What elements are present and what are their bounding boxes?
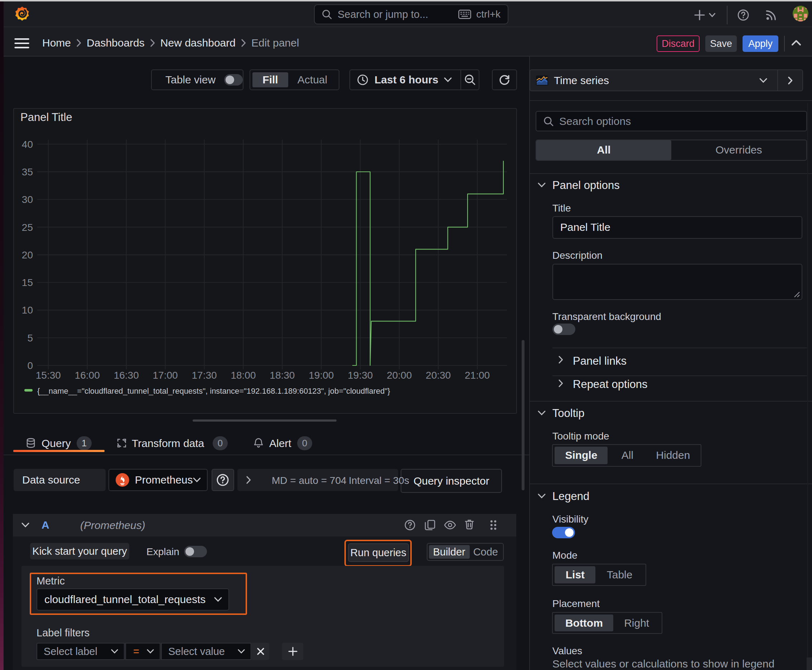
svg-text:{__name__="cloudflared_tunnel_: {__name__="cloudflared_tunnel_total_requ…	[37, 387, 390, 396]
svg-text:35: 35	[22, 166, 33, 178]
svg-text:17:00: 17:00	[153, 370, 178, 381]
svg-text:20:30: 20:30	[425, 370, 451, 381]
svg-text:25: 25	[22, 222, 33, 233]
svg-text:10: 10	[22, 305, 33, 316]
svg-text:5: 5	[27, 333, 33, 343]
svg-text:30: 30	[22, 194, 33, 205]
svg-text:15:30: 15:30	[36, 370, 61, 381]
svg-text:17:30: 17:30	[192, 370, 217, 381]
svg-text:20:00: 20:00	[387, 370, 412, 381]
svg-text:21:00: 21:00	[465, 370, 490, 381]
svg-text:40: 40	[22, 139, 33, 150]
svg-text:18:30: 18:30	[270, 370, 295, 381]
svg-text:0: 0	[27, 360, 33, 371]
svg-text:16:30: 16:30	[114, 370, 139, 381]
svg-text:15: 15	[22, 277, 33, 288]
svg-text:18:00: 18:00	[231, 370, 256, 381]
svg-text:19:00: 19:00	[309, 370, 334, 381]
svg-text:20: 20	[22, 249, 33, 261]
svg-text:19:30: 19:30	[348, 370, 373, 381]
svg-text:16:00: 16:00	[75, 370, 100, 381]
